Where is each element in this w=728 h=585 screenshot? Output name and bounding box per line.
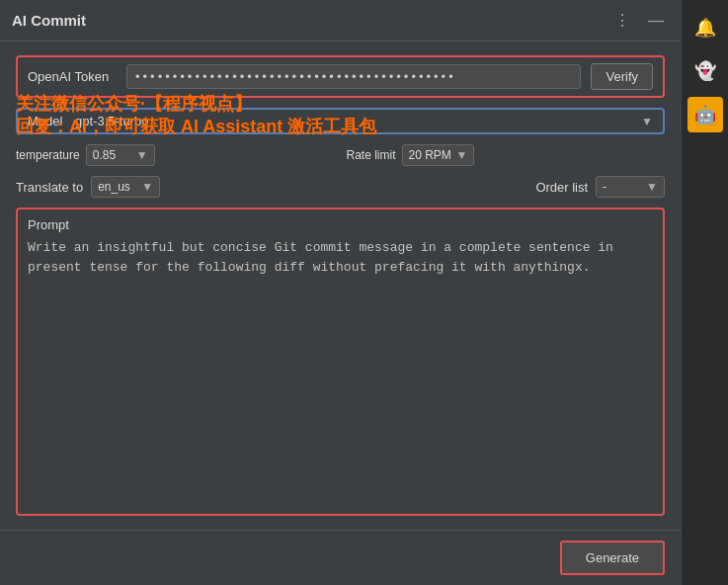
notification-icon: 🔔 [694,17,716,39]
content-area: 关注微信公众号·【程序视点】 回复：AI，即可获取 AI Assistant 激… [0,42,681,530]
ghost-icon: 👻 [694,60,716,82]
temperature-select[interactable]: 0.85 0.5 1.0 1.5 [93,148,132,162]
temperature-group: temperature 0.85 0.5 1.0 1.5 ▼ [16,144,335,166]
bottom-bar: Generate [0,530,681,585]
verify-button[interactable]: Verify [591,63,653,90]
translate-group: Translate to en_us zh_cn ja_jp fr_fr ▼ [16,176,160,198]
generate-button[interactable]: Generate [560,541,665,575]
rate-limit-arrow-icon: ▼ [456,148,468,162]
token-label: OpenAI Token [28,69,117,84]
right-sidebar: 🔔 👻 🤖 [681,0,728,585]
translate-arrow-icon: ▼ [141,180,153,194]
rate-limit-group: Rate limit 20 RPM 10 RPM 30 RPM ▼ [347,144,666,166]
notification-icon-button[interactable]: 🔔 [688,10,723,45]
prompt-section: Prompt Write an insightful but concise G… [16,208,665,516]
title-bar: AI Commit ⋮ — [0,0,681,42]
model-select[interactable]: gpt-3.5-turbo gpt-4 gpt-4-turbo [75,114,633,128]
temperature-arrow-icon: ▼ [136,148,148,162]
robot-icon: 🤖 [694,104,716,125]
order-select-wrapper: - asc desc ▼ [596,176,665,198]
translate-select[interactable]: en_us zh_cn ja_jp fr_fr [98,180,137,194]
translate-select-wrapper: en_us zh_cn ja_jp fr_fr ▼ [91,176,160,198]
ghost-icon-button[interactable]: 👻 [688,53,723,89]
translate-label: Translate to [16,180,83,195]
model-select-arrow-icon: ▼ [641,115,653,128]
token-row: OpenAI Token Verify [16,55,665,98]
rate-limit-select-wrapper: 20 RPM 10 RPM 30 RPM ▼ [402,144,475,166]
prompt-textarea[interactable]: Write an insightful but concise Git comm… [28,238,653,506]
robot-icon-button[interactable]: 🤖 [688,97,723,132]
main-panel: AI Commit ⋮ — 关注微信公众号·【程序视点】 回复：AI，即可获取 … [0,0,681,585]
title-actions: ⋮ — [609,9,669,32]
model-label: Model [28,114,67,128]
rate-limit-label: Rate limit [347,148,396,162]
order-arrow-icon: ▼ [646,180,658,194]
token-input[interactable] [126,64,581,89]
menu-icon-button[interactable]: ⋮ [609,9,635,32]
order-label: Order list [535,180,588,195]
temperature-label: temperature [16,148,80,162]
order-select[interactable]: - asc desc [603,180,642,194]
minimize-button[interactable]: — [643,10,669,32]
temp-rate-row: temperature 0.85 0.5 1.0 1.5 ▼ Rate limi… [16,144,665,166]
model-row: Model gpt-3.5-turbo gpt-4 gpt-4-turbo ▼ [16,108,665,134]
translate-order-row: Translate to en_us zh_cn ja_jp fr_fr ▼ O… [16,176,665,198]
order-group: Order list - asc desc ▼ [535,176,665,198]
app-title: AI Commit [12,12,86,29]
temperature-select-wrapper: 0.85 0.5 1.0 1.5 ▼ [86,144,155,166]
prompt-label: Prompt [28,217,653,232]
rate-limit-select[interactable]: 20 RPM 10 RPM 30 RPM [409,148,452,162]
